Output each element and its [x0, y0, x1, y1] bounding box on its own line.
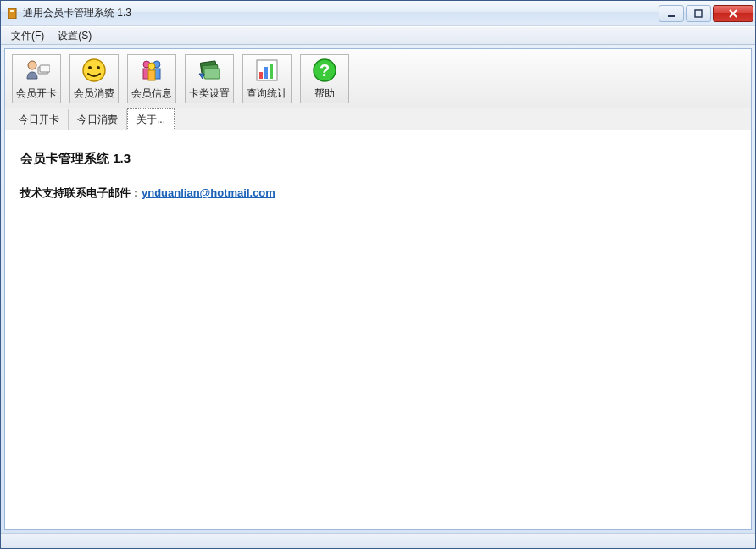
about-support-line: 技术支持联系电子邮件：ynduanlian@hotmail.com — [20, 186, 736, 201]
support-email-link[interactable]: ynduanlian@hotmail.com — [142, 186, 275, 199]
people-icon — [138, 57, 165, 84]
toolbar-query-button[interactable]: 查询统计 — [242, 54, 292, 103]
svg-rect-20 — [259, 72, 263, 79]
about-panel: 会员卡管理系统 1.3 技术支持联系电子邮件：ynduanlian@hotmai… — [5, 130, 751, 529]
close-button[interactable] — [713, 5, 753, 22]
toolbar-label: 会员消费 — [74, 86, 114, 101]
menu-settings[interactable]: 设置(S) — [51, 27, 98, 45]
svg-point-9 — [97, 66, 100, 69]
toolbar-label: 查询统计 — [247, 86, 287, 101]
help-icon: ? — [311, 57, 338, 84]
statusbar — [1, 533, 755, 548]
toolbar-label: 会员开卡 — [16, 86, 57, 101]
svg-rect-6 — [40, 65, 50, 72]
toolbar-card-type-button[interactable]: 卡类设置 — [185, 54, 234, 103]
toolbar-info-button[interactable]: 会员信息 — [127, 54, 176, 103]
svg-rect-3 — [695, 10, 702, 17]
toolbar-label: 会员信息 — [131, 86, 172, 101]
svg-point-14 — [148, 63, 155, 69]
window-title: 通用会员卡管理系统 1.3 — [23, 6, 657, 20]
svg-rect-18 — [204, 69, 220, 79]
tab-bar: 今日开卡 今日消费 关于... — [5, 108, 751, 130]
tab-today-open[interactable]: 今日开卡 — [10, 109, 69, 130]
toolbar-consume-button[interactable]: 会员消费 — [69, 54, 119, 103]
toolbar-help-button[interactable]: ? 帮助 — [300, 54, 349, 103]
svg-rect-15 — [148, 70, 155, 80]
toolbar-label: 卡类设置 — [189, 86, 230, 101]
maximize-button[interactable] — [686, 5, 711, 22]
svg-rect-1 — [10, 10, 14, 12]
toolbar-label: 帮助 — [314, 86, 335, 101]
smiley-icon — [81, 57, 108, 84]
stack-cards-icon — [196, 57, 223, 84]
svg-point-8 — [88, 66, 92, 69]
svg-text:?: ? — [320, 61, 330, 80]
app-window: 通用会员卡管理系统 1.3 文件(F) 设置(S) — [0, 0, 756, 549]
svg-rect-2 — [668, 15, 675, 17]
menubar: 文件(F) 设置(S) — [1, 26, 755, 45]
svg-rect-0 — [8, 8, 16, 19]
toolbar-open-card-button[interactable]: 会员开卡 — [12, 54, 61, 103]
bar-chart-icon — [253, 57, 281, 84]
toolbar: 会员开卡 会员消费 — [5, 49, 751, 108]
minimize-button[interactable] — [659, 5, 684, 22]
svg-point-4 — [28, 61, 36, 69]
client-area: 会员开卡 会员消费 — [4, 48, 752, 530]
person-cards-icon — [23, 57, 50, 84]
tab-about[interactable]: 关于... — [127, 108, 175, 130]
about-title: 会员卡管理系统 1.3 — [20, 151, 736, 167]
svg-rect-22 — [270, 64, 273, 79]
svg-point-7 — [83, 59, 105, 81]
window-controls — [657, 5, 753, 22]
support-label: 技术支持联系电子邮件： — [20, 186, 142, 199]
app-icon — [6, 7, 19, 20]
tab-today-consume[interactable]: 今日消费 — [69, 109, 127, 130]
svg-rect-21 — [264, 67, 268, 79]
titlebar[interactable]: 通用会员卡管理系统 1.3 — [1, 1, 755, 26]
menu-file[interactable]: 文件(F) — [4, 27, 51, 45]
